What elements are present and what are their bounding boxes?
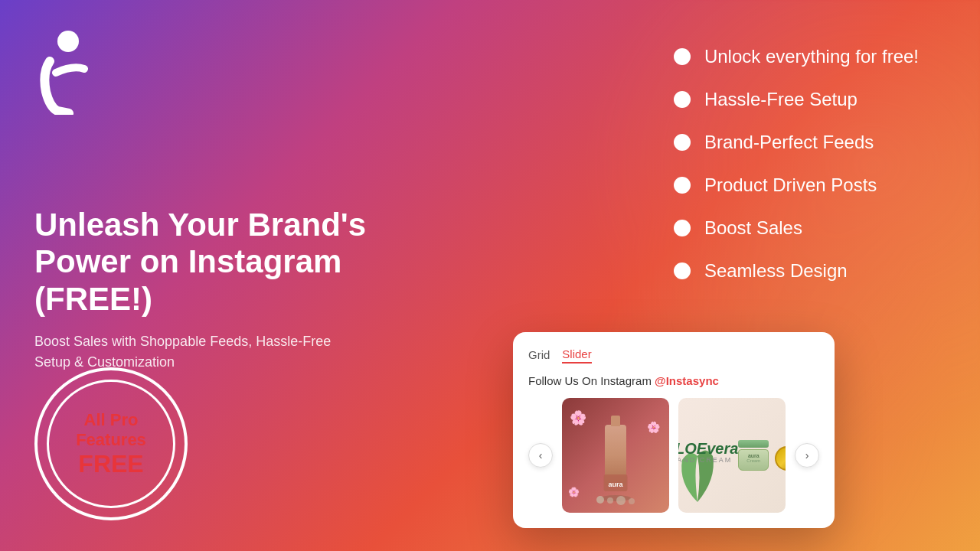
feature-item-5: Boost Sales (674, 217, 919, 239)
widget-handle[interactable]: @Instasync (655, 374, 719, 387)
chevron-left-icon: ‹ (539, 449, 543, 461)
feature-dot-2 (674, 91, 691, 108)
aloe-brand-text: ALOEvera HAND CREAM (678, 441, 738, 464)
page-background: Unleash Your Brand's Power on Instagram … (0, 0, 980, 551)
product-image-1: 🌸 🌸 🌸 aura (562, 398, 669, 513)
cream-jar-stack: aura Cream (738, 440, 769, 471)
widget-header-text: Follow Us On Instagram (528, 374, 652, 387)
feature-label-5: Boost Sales (704, 217, 802, 239)
feature-label-6: Seamless Design (704, 260, 848, 282)
sub-heading: Boost Sales with Shoppable Feeds, Hassle… (34, 331, 341, 373)
feature-item-3: Brand-Perfect Feeds (674, 132, 919, 153)
stones-decoration (596, 496, 635, 505)
widget-header: Follow Us On Instagram @Instasync (528, 374, 819, 387)
tab-slider[interactable]: Slider (562, 347, 591, 364)
svg-point-0 (57, 31, 79, 52)
products-display: aura Cream (738, 440, 786, 471)
flower-icon-1: 🌸 (570, 409, 586, 426)
tab-grid[interactable]: Grid (528, 348, 550, 363)
product-img-bg-2: ALOEvera HAND CREAM aura Cream (678, 398, 786, 513)
feature-item-2: Hassle-Free Setup (674, 89, 919, 110)
nav-next-button[interactable]: › (795, 443, 819, 468)
feature-dot-4 (674, 177, 691, 194)
brand-label: aura (603, 474, 627, 491)
badge-inner: All ProFeatures FREE (47, 380, 175, 508)
feature-dot-6 (674, 262, 691, 279)
feature-item-1: Unlock everything for free! (674, 46, 919, 67)
product-image-2: ALOEvera HAND CREAM aura Cream (678, 398, 786, 513)
badge-free: FREE (78, 451, 143, 478)
badge-line1: All ProFeatures (76, 410, 146, 451)
feature-label-4: Product Driven Posts (704, 174, 877, 196)
feature-item-6: Seamless Design (674, 260, 919, 282)
feature-item-4: Product Driven Posts (674, 174, 919, 196)
jar-lid (738, 440, 769, 448)
chevron-right-icon: › (805, 449, 809, 461)
badge-container: All ProFeatures FREE (34, 367, 188, 520)
widget-card: Grid Slider Follow Us On Instagram @Inst… (513, 332, 835, 528)
flower-icon-3: 🌸 (568, 487, 580, 497)
feature-dot-5 (674, 220, 691, 236)
product-img-bg-1: 🌸 🌸 🌸 aura (562, 398, 669, 513)
badge-outer: All ProFeatures FREE (34, 367, 188, 520)
main-heading: Unleash Your Brand's Power on Instagram … (34, 207, 433, 318)
feature-dot-1 (674, 48, 691, 65)
features-section: Unlock everything for free! Hassle-Free … (674, 46, 919, 282)
feature-label-1: Unlock everything for free! (704, 46, 919, 67)
logo (34, 31, 88, 115)
widget-images-row: ‹ 🌸 🌸 🌸 (528, 398, 819, 513)
jar-body: aura Cream (738, 449, 769, 471)
feature-label-2: Hassle-Free Setup (704, 89, 858, 110)
widget-tabs: Grid Slider (528, 347, 819, 364)
flower-icon-2: 🌸 (647, 421, 660, 433)
nav-prev-button[interactable]: ‹ (528, 443, 553, 468)
gold-coin (775, 446, 786, 471)
feature-dot-3 (674, 134, 691, 151)
feature-label-3: Brand-Perfect Feeds (704, 132, 874, 153)
